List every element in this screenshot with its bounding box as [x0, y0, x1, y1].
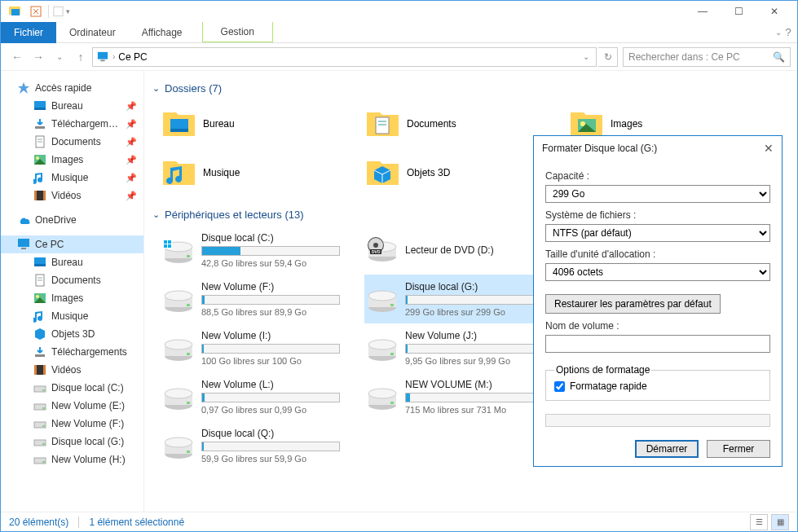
tab-file[interactable]: Fichier	[1, 22, 56, 43]
nav-item[interactable]: Vidéos	[1, 361, 143, 379]
nav-item-label: New Volume (H:)	[51, 454, 143, 465]
folder-label: Documents	[407, 118, 456, 130]
close-icon[interactable]: ✕	[764, 142, 774, 155]
address-text: Ce PC	[118, 51, 576, 63]
item-icon	[33, 453, 46, 466]
item-icon	[33, 153, 46, 166]
refresh-button[interactable]: ↻	[598, 47, 618, 67]
capacity-select[interactable]: 299 Go	[545, 185, 770, 203]
history-dropdown[interactable]: ⌄	[50, 47, 69, 67]
details-view-button[interactable]: ☰	[750, 514, 768, 530]
start-button[interactable]: Démarrer	[635, 440, 699, 458]
drive-item[interactable]: Disque local (Q:) 59,9 Go libres sur 59,…	[161, 421, 364, 470]
nav-this-pc[interactable]: Ce PC	[1, 235, 143, 253]
nav-item[interactable]: New Volume (F:)	[1, 415, 143, 433]
forward-button[interactable]: →	[29, 47, 48, 67]
drive-name: New Volume (L:)	[201, 379, 364, 390]
format-options-group: Options de formatage Formatage rapide	[545, 364, 770, 401]
drive-icon	[364, 232, 400, 268]
alloc-label: Taille d'unité d'allocation :	[545, 248, 770, 260]
drive-name: New Volume (I:)	[201, 330, 364, 341]
nav-item-label: Images	[51, 154, 121, 165]
search-input[interactable]: Rechercher dans : Ce PC 🔍	[623, 47, 791, 67]
drive-item[interactable]: Disque local (C:) 42,8 Go libres sur 59,…	[161, 226, 364, 275]
group-folders-header[interactable]: ⌄Dossiers (7)	[144, 79, 789, 99]
drive-subtext: 88,5 Go libres sur 89,9 Go	[201, 307, 364, 317]
nav-onedrive[interactable]: OneDrive	[1, 211, 143, 229]
nav-item[interactable]: Images📌	[1, 151, 143, 169]
drive-subtext: 0,97 Go libres sur 0,99 Go	[201, 405, 364, 415]
item-icon	[33, 345, 46, 358]
item-icon	[33, 274, 46, 287]
drive-item[interactable]: New Volume (F:) 88,5 Go libres sur 89,9 …	[161, 275, 364, 323]
nav-item[interactable]: New Volume (E:)	[1, 397, 143, 415]
nav-item-label: Bureau	[51, 100, 121, 112]
nav-item[interactable]: Téléchargements📌	[1, 115, 143, 133]
progress-bar	[545, 414, 770, 427]
volname-input[interactable]	[545, 335, 770, 353]
fs-select[interactable]: NTFS (par défaut)	[545, 224, 770, 242]
status-count: 20 élément(s)	[9, 517, 68, 528]
item-icon	[33, 399, 46, 412]
new-folder-icon[interactable]: ▾	[52, 2, 70, 20]
nav-item[interactable]: Disque local (C:)	[1, 379, 143, 397]
tiles-view-button[interactable]: ▦	[771, 514, 789, 530]
quick-format-checkbox[interactable]	[554, 381, 565, 392]
address-field[interactable]: › Ce PC ⌄	[92, 47, 597, 67]
app-icon	[6, 2, 24, 20]
nav-item[interactable]: Musique	[1, 307, 143, 325]
nav-item-label: New Volume (F:)	[51, 418, 143, 429]
nav-item[interactable]: Objets 3D	[1, 325, 143, 343]
folder-item[interactable]: Bureau	[161, 99, 364, 148]
tab-display[interactable]: Affichage	[129, 22, 196, 43]
nav-item[interactable]: New Volume (H:)	[1, 451, 143, 468]
svg-rect-52	[54, 7, 63, 15]
restore-defaults-button[interactable]: Restaurer les paramètres par défaut	[545, 294, 721, 314]
close-button[interactable]: ✕	[756, 1, 792, 22]
drive-item[interactable]: New Volume (I:) 100 Go libres sur 100 Go	[161, 323, 364, 372]
ribbon-collapse-button[interactable]: ⌄ ?	[769, 22, 797, 43]
nav-item[interactable]: Images	[1, 289, 143, 307]
nav-item[interactable]: Bureau📌	[1, 97, 143, 115]
drive-name: Disque local (Q:)	[201, 428, 364, 439]
tab-computer[interactable]: Ordinateur	[56, 22, 129, 43]
onedrive-icon	[17, 213, 30, 226]
dialog-title-bar[interactable]: Formater Disque local (G:) ✕	[534, 136, 782, 160]
folder-icon	[364, 155, 400, 191]
item-icon	[33, 117, 46, 130]
nav-item[interactable]: Téléchargements	[1, 343, 143, 361]
nav-item[interactable]: Musique📌	[1, 169, 143, 187]
chevron-down-icon: ⌄	[152, 83, 160, 94]
back-button[interactable]: ←	[7, 47, 27, 67]
drive-item[interactable]: New Volume (L:) 0,97 Go libres sur 0,99 …	[161, 372, 364, 421]
nav-item[interactable]: Documents	[1, 271, 143, 289]
item-icon	[33, 256, 46, 269]
separator	[78, 517, 79, 528]
nav-item[interactable]: Disque local (G:)	[1, 433, 143, 451]
nav-item-label: Disque local (C:)	[51, 382, 143, 394]
quick-format-row[interactable]: Formatage rapide	[554, 380, 761, 392]
minimize-button[interactable]: —	[685, 1, 721, 22]
item-icon	[33, 171, 46, 184]
alloc-select[interactable]: 4096 octets	[545, 263, 770, 281]
nav-item[interactable]: Bureau	[1, 253, 143, 271]
item-icon	[33, 189, 46, 202]
nav-quick-access[interactable]: Accès rapide	[1, 79, 143, 97]
nav-item[interactable]: Documents📌	[1, 133, 143, 151]
folder-label: Bureau	[203, 118, 235, 130]
drive-subtext: 100 Go libres sur 100 Go	[201, 356, 364, 366]
maximize-button[interactable]: ☐	[721, 1, 756, 22]
properties-icon[interactable]	[27, 2, 45, 20]
address-dropdown[interactable]: ⌄	[580, 52, 593, 61]
up-button[interactable]: ↑	[71, 47, 90, 67]
ribbon-tabs: Fichier Ordinateur Affichage Gestion ⌄ ?	[1, 22, 797, 43]
nav-item[interactable]: Vidéos📌	[1, 187, 143, 204]
close-button[interactable]: Fermer	[707, 440, 770, 458]
drive-subtext: 59,9 Go libres sur 59,9 Go	[201, 454, 364, 464]
pin-icon: 📌	[126, 119, 137, 130]
folder-item[interactable]: Musique	[161, 148, 364, 197]
nav-item-label: Téléchargements	[51, 118, 121, 130]
drive-icon	[364, 281, 400, 317]
tab-manage[interactable]: Gestion	[202, 22, 273, 42]
format-dialog: Formater Disque local (G:) ✕ Capacité : …	[533, 135, 783, 467]
